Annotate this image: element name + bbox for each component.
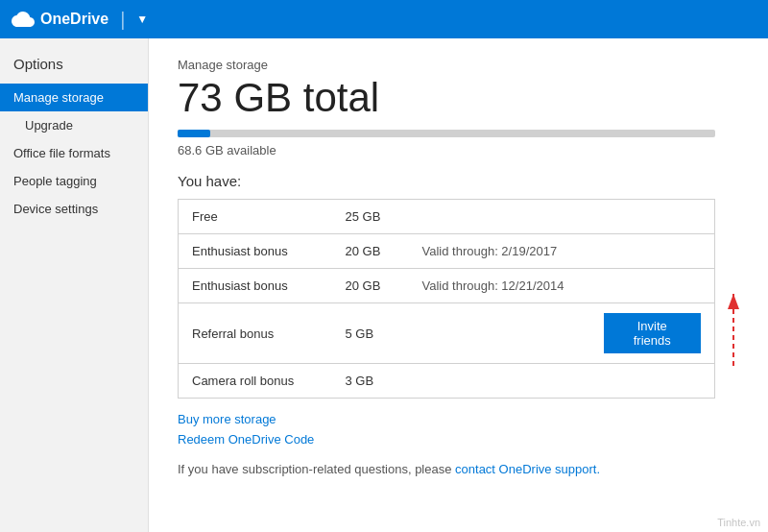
table-cell-validity: Valid through: 2/19/2017 [409,234,590,269]
table-cell-validity: Valid through: 12/21/2014 [409,269,590,303]
onedrive-icon [12,8,35,31]
sidebar-item-device-settings[interactable]: Device settings [0,195,148,223]
table-cell-type: Referral bonus [179,303,332,364]
sidebar: Options Manage storage Upgrade Office fi… [0,38,149,532]
table-row: Enthusiast bonus 20 GB Valid through: 2/… [179,234,715,269]
watermark: Tinhte.vn [717,517,760,528]
table-cell-type: Enthusiast bonus [179,269,332,303]
table-cell-action [590,200,715,234]
sidebar-item-office-file-formats[interactable]: Office file formats [0,139,148,167]
table-cell-type: Camera roll bonus [179,364,332,399]
sidebar-item-upgrade[interactable]: Upgrade [0,111,148,139]
sidebar-title: Options [0,48,148,84]
redeem-code-link[interactable]: Redeem OneDrive Code [178,432,739,447]
invite-friends-button[interactable]: Invite friends [604,313,702,353]
sidebar-item-people-tagging[interactable]: People tagging [0,167,148,195]
table-row: Referral bonus 5 GB Invite friends [179,303,715,364]
topbar: OneDrive | ▼ [0,0,768,38]
you-have-label: You have: [178,173,739,189]
storage-total: 73 GB total [178,76,739,120]
table-row: Enthusiast bonus 20 GB Valid through: 12… [179,269,715,303]
storage-progress-bar [178,130,715,137]
buy-more-storage-link[interactable]: Buy more storage [178,412,739,426]
app-layout: Options Manage storage Upgrade Office fi… [0,38,768,532]
topbar-divider: | [120,9,125,31]
table-cell-validity [409,200,590,234]
page-title: Manage storage [178,58,739,72]
table-cell-amount: 25 GB [332,200,409,234]
chevron-down-icon[interactable]: ▼ [136,12,148,26]
storage-available: 68.6 GB available [178,143,739,157]
links-section: Buy more storage Redeem OneDrive Code [178,412,739,447]
table-cell-action [590,269,715,303]
table-cell-validity [409,303,590,364]
onedrive-logo: OneDrive [12,8,108,31]
storage-progress-fill [178,130,210,137]
table-cell-type: Free [179,200,332,234]
logo-text: OneDrive [40,11,108,28]
table-cell-action [590,234,715,269]
storage-table: Free 25 GB Enthusiast bonus 20 GB Valid … [178,199,715,399]
table-cell-action [590,364,715,399]
sidebar-item-manage-storage[interactable]: Manage storage [0,84,148,111]
table-cell-action: Invite friends [590,303,715,364]
table-cell-amount: 20 GB [332,269,409,303]
table-cell-amount: 5 GB [332,303,409,364]
table-row: Camera roll bonus 3 GB [179,364,715,399]
table-row: Free 25 GB [179,200,715,234]
table-cell-amount: 20 GB [332,234,409,269]
table-cell-type: Enthusiast bonus [179,234,332,269]
table-cell-amount: 3 GB [332,364,409,399]
main-content: Manage storage 73 GB total 68.6 GB avail… [149,38,768,532]
table-cell-validity [409,364,590,399]
footer-text: If you have subscription-related questio… [178,462,739,476]
contact-support-link[interactable]: contact OneDrive support. [455,462,600,476]
footer-text-before: If you have subscription-related questio… [178,462,455,476]
